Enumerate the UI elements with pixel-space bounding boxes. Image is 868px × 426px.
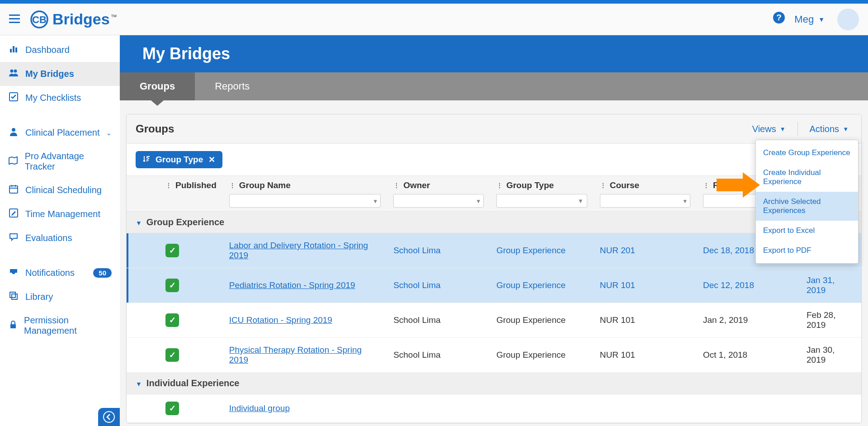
action-archive-selected-experiences[interactable]: Archive Selected Experiences bbox=[756, 192, 858, 221]
column-header-owner[interactable]: ⋮Owner ▾ bbox=[387, 176, 490, 212]
svg-point-10 bbox=[10, 70, 14, 73]
row-select-cell[interactable] bbox=[127, 303, 159, 338]
filter-owner[interactable] bbox=[393, 194, 484, 208]
brand-logo[interactable]: CB Bridges™ bbox=[30, 10, 117, 29]
row-select-cell[interactable] bbox=[127, 394, 159, 423]
table-row[interactable]: ✓Labor and Delivery Rotation - Spring 20… bbox=[127, 233, 861, 268]
owner-cell: School Lima bbox=[387, 338, 490, 373]
group-type-cell: Group Experience bbox=[490, 338, 594, 373]
column-header-checkbox bbox=[127, 176, 159, 212]
column-menu-icon[interactable]: ⋮ bbox=[393, 182, 400, 189]
check-icon: ✓ bbox=[165, 279, 179, 292]
back-button[interactable] bbox=[98, 408, 120, 426]
sidebar-item-label: My Bridges bbox=[25, 69, 74, 79]
action-create-individual-experience[interactable]: Create Individual Experience bbox=[756, 163, 858, 192]
column-label: Rotation S bbox=[713, 180, 756, 190]
course-cell: NUR 101 bbox=[594, 303, 697, 338]
group-name-link[interactable]: Pediatrics Rotation - Spring 2019 bbox=[229, 280, 355, 290]
caret-down-icon: ▼ bbox=[843, 126, 849, 133]
map-icon bbox=[8, 156, 19, 167]
copy-icon bbox=[8, 291, 19, 303]
sidebar-item-evaluations[interactable]: Evaluations bbox=[0, 226, 120, 250]
row-select-cell[interactable] bbox=[127, 233, 159, 268]
column-header-group-type[interactable]: ⋮Group Type ▼ bbox=[490, 176, 594, 212]
filter-group-type[interactable] bbox=[496, 194, 587, 208]
menu-button[interactable] bbox=[9, 12, 20, 27]
filter-group-name[interactable] bbox=[229, 194, 381, 208]
actions-label: Actions bbox=[810, 124, 840, 134]
rotation-end-cell bbox=[800, 394, 861, 423]
tab-reports[interactable]: Reports bbox=[195, 72, 269, 100]
column-header-group-name[interactable]: ⋮Group Name ▾ bbox=[223, 176, 387, 212]
tab-groups[interactable]: Groups bbox=[120, 72, 195, 100]
table-row[interactable]: ✓Physical Therapy Rotation - Spring 2019… bbox=[127, 338, 861, 373]
group-name-link[interactable]: Individual group bbox=[229, 403, 290, 413]
column-menu-icon[interactable]: ⋮ bbox=[165, 182, 172, 189]
course-cell: NUR 201 bbox=[594, 233, 697, 268]
rotation-start-cell bbox=[697, 394, 800, 423]
filter-chip-group-type[interactable]: AZ Group Type ✕ bbox=[136, 151, 222, 168]
user-menu[interactable]: Meg ▼ bbox=[794, 9, 859, 30]
group-name: Individual Experience bbox=[146, 378, 240, 388]
action-export-to-excel[interactable]: Export to Excel bbox=[756, 221, 858, 241]
group-name-cell: Labor and Delivery Rotation - Spring 201… bbox=[223, 233, 387, 268]
table-row[interactable]: ✓Individual group bbox=[127, 394, 861, 423]
column-menu-icon[interactable]: ⋮ bbox=[496, 182, 503, 189]
help-icon[interactable]: ? bbox=[773, 11, 785, 27]
actions-menu[interactable]: Actions ▼ bbox=[806, 122, 852, 136]
action-export-to-pdf[interactable]: Export to PDF bbox=[756, 241, 858, 260]
sidebar-item-label: My Checklists bbox=[25, 93, 81, 103]
column-label: Owner bbox=[403, 180, 430, 190]
sidebar-item-my-bridges[interactable]: My Bridges bbox=[0, 62, 120, 86]
column-label: Course bbox=[610, 180, 639, 190]
user-icon bbox=[8, 127, 19, 138]
published-cell: ✓ bbox=[159, 268, 223, 303]
sidebar-item-clinical-placement[interactable]: Clinical Placement ⌄ bbox=[0, 121, 120, 145]
sidebar-item-dashboard[interactable]: Dashboard bbox=[0, 38, 120, 62]
sidebar-item-time-management[interactable]: Time Management bbox=[0, 202, 120, 226]
rotation-end-cell: Jan 31, 2019 bbox=[800, 268, 861, 303]
svg-rect-9 bbox=[15, 47, 17, 52]
svg-point-22 bbox=[104, 412, 114, 422]
sidebar-item-permission-management[interactable]: Permission Management bbox=[0, 309, 120, 342]
group-name-link[interactable]: ICU Rotation - Spring 2019 bbox=[229, 315, 332, 325]
sidebar-item-label: Evaluations bbox=[25, 233, 72, 243]
sidebar-item-label: Pro Advantage Tracker bbox=[25, 151, 112, 172]
sidebar-item-label: Clinical Scheduling bbox=[25, 185, 102, 195]
column-header-course[interactable]: ⋮Course ▾ bbox=[594, 176, 697, 212]
column-menu-icon[interactable]: ⋮ bbox=[703, 182, 709, 189]
row-select-cell[interactable] bbox=[127, 338, 159, 373]
column-header-published[interactable]: ⋮Published bbox=[159, 176, 223, 212]
group-name-cell: Physical Therapy Rotation - Spring 2019 bbox=[223, 338, 387, 373]
sidebar-item-my-checklists[interactable]: My Checklists bbox=[0, 86, 120, 110]
chevron-down-icon: ⌄ bbox=[106, 129, 112, 137]
views-menu[interactable]: Views ▼ bbox=[749, 122, 789, 136]
group-name-link[interactable]: Labor and Delivery Rotation - Spring 201… bbox=[229, 241, 368, 260]
sidebar-item-pro-advantage-tracker[interactable]: Pro Advantage Tracker bbox=[0, 145, 120, 178]
group-name-link[interactable]: Physical Therapy Rotation - Spring 2019 bbox=[229, 345, 362, 364]
avatar[interactable] bbox=[837, 9, 859, 30]
calendar-icon bbox=[8, 185, 19, 196]
sidebar-item-clinical-scheduling[interactable]: Clinical Scheduling bbox=[0, 178, 120, 202]
owner-cell: School Lima bbox=[387, 268, 490, 303]
sidebar-item-library[interactable]: Library bbox=[0, 285, 120, 309]
svg-rect-20 bbox=[12, 294, 17, 299]
action-create-group-experience[interactable]: Create Group Experience bbox=[756, 143, 858, 163]
table-row[interactable]: ✓ICU Rotation - Spring 2019School LimaGr… bbox=[127, 303, 861, 338]
svg-point-11 bbox=[14, 70, 17, 73]
row-select-cell[interactable] bbox=[127, 268, 159, 303]
page-title: My Bridges bbox=[120, 35, 868, 72]
filter-course[interactable] bbox=[600, 194, 690, 208]
chat-icon bbox=[8, 232, 19, 244]
owner-cell: School Lima bbox=[387, 303, 490, 338]
sidebar-item-notifications[interactable]: Notifications 50 bbox=[0, 261, 120, 285]
close-icon[interactable]: ✕ bbox=[208, 155, 215, 165]
group-header-row[interactable]: ▼Group Experience bbox=[127, 212, 861, 233]
table-row[interactable]: ✓Pediatrics Rotation - Spring 2019School… bbox=[127, 268, 861, 303]
svg-text:Z: Z bbox=[146, 159, 148, 162]
topbar: CB Bridges™ ? Meg ▼ bbox=[0, 4, 868, 35]
column-menu-icon[interactable]: ⋮ bbox=[229, 182, 236, 189]
column-menu-icon[interactable]: ⋮ bbox=[600, 182, 606, 189]
group-header-row[interactable]: ▼Individual Experience bbox=[127, 373, 861, 394]
caret-down-icon: ▼ bbox=[818, 16, 825, 23]
